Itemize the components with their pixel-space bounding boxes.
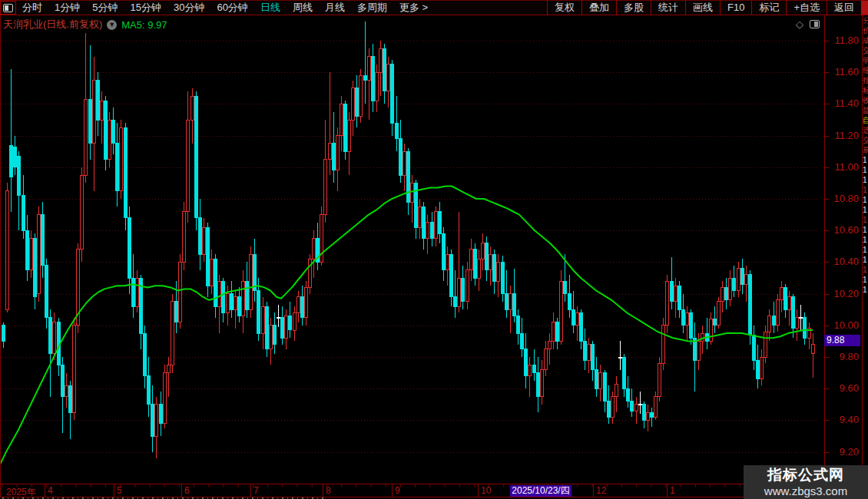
- candle-body: [584, 341, 587, 360]
- candle-body: [745, 275, 748, 284]
- candle-body: [525, 349, 528, 376]
- clipped-panel-char: 1: [863, 165, 868, 175]
- candle-body: [230, 294, 234, 310]
- candle-body: [210, 259, 214, 286]
- candle-body: [595, 370, 598, 389]
- candle-body: [179, 262, 182, 322]
- candle-body: [324, 160, 327, 215]
- candle-body: [764, 332, 767, 357]
- clipped-panel-char: 1: [863, 265, 868, 275]
- price-axis-label: 10.00: [828, 320, 859, 331]
- price-axis-label: 10.40: [828, 256, 859, 267]
- candle-body: [419, 207, 422, 227]
- clipped-panel-char: 易: [863, 145, 868, 155]
- candle-body: [470, 250, 473, 270]
- candle-body: [257, 291, 260, 334]
- candle-body: [356, 88, 359, 117]
- candle-body: [552, 322, 555, 342]
- candle-body: [439, 212, 442, 234]
- candle-body: [662, 326, 665, 363]
- candle-body: [84, 99, 88, 175]
- candle-body: [93, 81, 96, 144]
- month-label: 9: [395, 486, 400, 496]
- candle-body: [686, 312, 689, 326]
- price-axis-label: 10.80: [828, 193, 859, 204]
- candle-body: [780, 287, 784, 300]
- candle-body: [262, 306, 265, 333]
- candle-body: [333, 144, 336, 170]
- candle-body: [482, 243, 485, 259]
- candle-body: [199, 218, 202, 254]
- candle-body: [195, 96, 198, 218]
- candle-body: [167, 365, 171, 372]
- candlestick-chart[interactable]: [0, 0, 868, 499]
- price-axis-label: 9.20: [828, 447, 859, 458]
- candle-body: [721, 287, 724, 302]
- candle-body: [81, 175, 84, 250]
- candle-body: [14, 147, 17, 167]
- candle-body: [34, 239, 37, 297]
- month-label: 4: [48, 486, 53, 496]
- candle-body: [635, 405, 638, 411]
- pane-layout-icon[interactable]: [810, 20, 820, 28]
- candle-body: [124, 127, 128, 217]
- clipped-panel-char: 交: [863, 135, 868, 145]
- candle-body: [383, 48, 386, 91]
- selected-date-badge: 2025/10/23/四: [510, 485, 571, 497]
- candle-body: [548, 341, 552, 349]
- candle-body: [690, 312, 693, 338]
- candle-body: [18, 156, 21, 196]
- right-panel-clipped-edge: 分价成交明细指标收益自选交易11111111111111: [862, 15, 868, 499]
- candle-body: [352, 88, 355, 120]
- chevron-down-icon[interactable]: ▼: [107, 20, 117, 30]
- price-axis-label: 11.20: [828, 131, 859, 141]
- candle-body: [203, 227, 206, 254]
- candle-body: [277, 318, 280, 319]
- candle-body: [297, 297, 300, 313]
- candle-body: [615, 384, 618, 397]
- candle-body: [768, 316, 771, 332]
- candle-body: [120, 127, 123, 190]
- clipped-panel-char: 自: [863, 115, 868, 125]
- candle-body: [22, 196, 25, 230]
- candle-body: [2, 326, 5, 342]
- candle-body: [792, 297, 795, 329]
- candle-body: [541, 370, 544, 397]
- candle-body: [493, 254, 496, 281]
- candle-body: [485, 243, 489, 270]
- candle-body: [619, 357, 622, 358]
- candle-body: [329, 144, 332, 160]
- candle-body: [450, 254, 453, 297]
- last-price-badge: 9.88: [824, 335, 860, 346]
- clipped-panel-char: 1: [863, 245, 868, 255]
- candle-body: [446, 254, 449, 270]
- candle-body: [678, 286, 681, 309]
- clipped-panel-char: 明: [863, 55, 868, 65]
- candle-body: [73, 326, 76, 412]
- price-axis-label: 11.60: [828, 67, 859, 78]
- clipped-panel-char: 指: [863, 75, 868, 85]
- clipped-panel-char: 1: [863, 175, 868, 185]
- diamond-icon[interactable]: ◇: [796, 18, 803, 30]
- candle-body: [478, 259, 481, 278]
- candle-body: [344, 104, 347, 151]
- clipped-panel-char: 成: [863, 35, 868, 45]
- watermark-url: www.zbgs3.com: [744, 484, 868, 498]
- candle-body: [521, 333, 524, 349]
- candle-body: [266, 306, 269, 349]
- candle-body: [435, 212, 438, 239]
- candle-body: [737, 269, 740, 291]
- candle-body: [183, 212, 186, 263]
- candle-body: [160, 405, 163, 424]
- clipped-panel-char: 1: [863, 225, 868, 235]
- candle-body: [599, 373, 602, 389]
- candle-body: [61, 365, 65, 396]
- candle-body: [701, 333, 704, 341]
- candle-body: [242, 281, 245, 316]
- candle-body: [513, 294, 516, 316]
- candle-body: [387, 64, 390, 91]
- candle-body: [517, 316, 520, 333]
- candle-body: [568, 294, 571, 310]
- candle-body: [171, 302, 174, 365]
- candle-body: [639, 405, 642, 405]
